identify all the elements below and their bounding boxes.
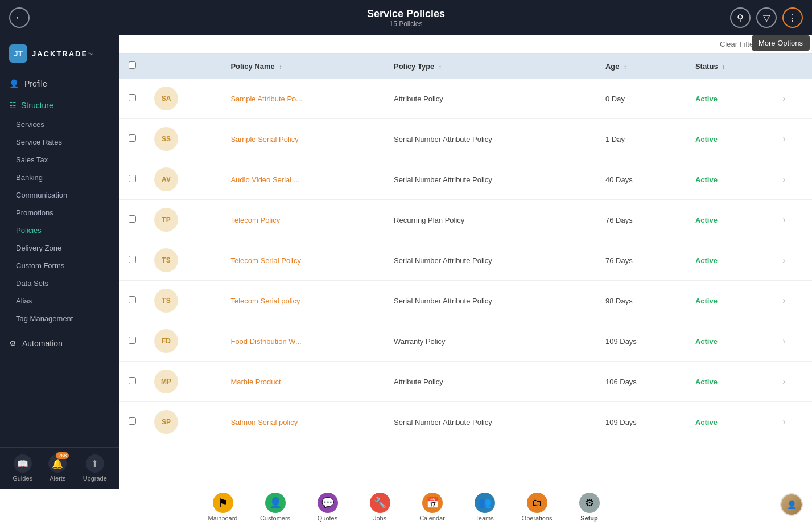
row-action-cell: › <box>773 321 812 362</box>
sort-status[interactable]: ↕ <box>722 64 725 70</box>
sidebar-item-services[interactable]: Services <box>0 116 119 133</box>
nav-operations[interactable]: 🗂 Operations <box>520 493 554 522</box>
policy-name-link[interactable]: Sample Attribute Po... <box>230 95 302 103</box>
table-row: SS Sample Serial Policy Serial Number At… <box>119 119 812 159</box>
row-checkbox-cell <box>119 200 145 240</box>
sidebar-item-communication[interactable]: Communication <box>0 186 119 204</box>
policy-name-link[interactable]: Sample Serial Policy <box>230 135 298 143</box>
table-header-row: Policy Name ↕ Policy Type ↕ Age ↕ Status… <box>119 54 812 79</box>
automation-icon: ⚙ <box>9 339 17 348</box>
col-age[interactable]: Age ↕ <box>596 54 686 79</box>
col-avatar <box>145 54 221 79</box>
sidebar-item-profile[interactable]: 👤 Profile <box>0 72 119 95</box>
sort-policy-type[interactable]: ↕ <box>439 64 442 70</box>
quotes-label: Quotes <box>318 515 337 522</box>
row-avatar-cell: AV <box>145 159 221 200</box>
nav-setup[interactable]: ⚙ Setup <box>572 493 607 522</box>
teams-icon: 👥 <box>475 493 495 513</box>
policy-name-link[interactable]: Food Distribution W... <box>230 337 301 346</box>
page-subtitle: 15 Policies <box>367 20 445 28</box>
row-arrow-button[interactable]: › <box>782 296 785 305</box>
row-age-cell: 109 Days <box>596 402 686 442</box>
row-checkbox[interactable] <box>129 94 136 101</box>
row-checkbox[interactable] <box>129 296 136 303</box>
nav-mainboard[interactable]: ⚑ Mainboard <box>206 493 240 522</box>
policy-name-link[interactable]: Marble Product <box>230 378 281 386</box>
sidebar-item-automation[interactable]: ⚙ Automation <box>0 332 119 355</box>
row-age-cell: 40 Days <box>596 159 686 200</box>
col-policy-name[interactable]: Policy Name ↕ <box>221 54 385 79</box>
select-all-checkbox[interactable] <box>129 61 136 69</box>
row-checkbox[interactable] <box>129 134 136 142</box>
sidebar-item-tag-management[interactable]: Tag Management <box>0 310 119 327</box>
row-avatar: TS <box>154 289 178 313</box>
row-checkbox[interactable] <box>129 175 136 182</box>
structure-icon: ☷ <box>9 101 17 110</box>
back-button[interactable]: ← <box>9 7 30 28</box>
table-row: MP Marble Product Attribute Policy 106 D… <box>119 362 812 402</box>
alerts-button[interactable]: 🔔 268 Alerts <box>48 454 67 482</box>
sort-age[interactable]: ↕ <box>624 64 626 70</box>
row-arrow-button[interactable]: › <box>782 336 785 346</box>
row-arrow-button[interactable]: › <box>782 417 785 426</box>
nav-calendar[interactable]: 📅 Calendar <box>415 493 450 522</box>
col-policy-type[interactable]: Policy Type ↕ <box>385 54 596 79</box>
filter-button[interactable]: ▽ <box>756 7 777 28</box>
sidebar-item-promotions[interactable]: Promotions <box>0 204 119 222</box>
guides-button[interactable]: 📖 Guides <box>13 454 32 482</box>
policy-name-link[interactable]: Telecom Serial policy <box>230 297 300 305</box>
upgrade-button[interactable]: ⬆ Upgrade <box>83 454 107 482</box>
more-options-button[interactable]: ⋮ <box>782 7 803 28</box>
row-arrow-button[interactable]: › <box>782 174 785 184</box>
status-badge: Active <box>695 216 718 224</box>
customers-icon: 👤 <box>265 493 286 513</box>
row-checkbox[interactable] <box>129 337 136 344</box>
nav-quotes[interactable]: 💬 Quotes <box>311 493 345 522</box>
row-type-cell: Serial Number Attribute Policy <box>385 159 596 200</box>
sidebar-item-sales-tax[interactable]: Sales Tax <box>0 151 119 169</box>
row-type-cell: Attribute Policy <box>385 362 596 402</box>
nav-jobs[interactable]: 🔧 Jobs <box>363 493 397 522</box>
sidebar-bottom: 📖 Guides 🔔 268 Alerts ⬆ Upgrade <box>0 447 119 489</box>
row-arrow-button[interactable]: › <box>782 215 785 224</box>
sort-policy-name[interactable]: ↕ <box>279 64 282 70</box>
nav-customers[interactable]: 👤 Customers <box>258 493 292 522</box>
row-arrow-button[interactable]: › <box>782 255 785 265</box>
row-arrow-button[interactable]: › <box>782 134 785 143</box>
row-action-cell: › <box>773 402 812 442</box>
sidebar-item-policies[interactable]: Policies <box>0 222 119 239</box>
clear-filter-link[interactable]: Clear Filter <box>720 40 756 48</box>
row-arrow-button[interactable]: › <box>782 93 785 103</box>
table-container: Policy Name ↕ Policy Type ↕ Age ↕ Status… <box>119 54 812 489</box>
sidebar-item-custom-forms[interactable]: Custom Forms <box>0 257 119 274</box>
user-avatar-image: 👤 <box>781 494 802 515</box>
row-checkbox[interactable] <box>129 377 136 384</box>
sidebar-item-delivery-zone[interactable]: Delivery Zone <box>0 239 119 257</box>
row-name-cell: Telecom Serial Policy <box>221 240 385 281</box>
search-button[interactable]: ⚲ <box>730 7 751 28</box>
row-checkbox[interactable] <box>129 256 136 263</box>
calendar-icon: 📅 <box>422 493 443 513</box>
status-badge: Active <box>695 418 718 426</box>
row-name-cell: Marble Product <box>221 362 385 402</box>
row-checkbox[interactable] <box>129 417 136 425</box>
row-checkbox-cell <box>119 79 145 119</box>
policy-name-link[interactable]: Audio Video Serial ... <box>230 175 299 184</box>
row-age-cell: 76 Days <box>596 200 686 240</box>
sidebar-profile-label: Profile <box>24 79 47 88</box>
sidebar-item-structure[interactable]: ☷ Structure <box>0 95 119 116</box>
sidebar-item-data-sets[interactable]: Data Sets <box>0 274 119 292</box>
col-status[interactable]: Status ↕ <box>686 54 773 79</box>
sidebar-item-service-rates[interactable]: Service Rates <box>0 133 119 151</box>
row-checkbox[interactable] <box>129 215 136 223</box>
policy-name-link[interactable]: Telecom Serial Policy <box>230 256 301 265</box>
row-arrow-button[interactable]: › <box>782 376 785 386</box>
sidebar-item-banking[interactable]: Banking <box>0 169 119 186</box>
policy-name-link[interactable]: Salmon Serial policy <box>230 418 298 426</box>
nav-teams[interactable]: 👥 Teams <box>468 493 502 522</box>
row-status-cell: Active <box>686 402 773 442</box>
sidebar-item-alias[interactable]: Alias <box>0 292 119 310</box>
user-avatar[interactable]: 👤 <box>780 493 803 516</box>
policy-name-link[interactable]: Telecom Policy <box>230 216 280 224</box>
table-row: SP Salmon Serial policy Serial Number At… <box>119 402 812 442</box>
